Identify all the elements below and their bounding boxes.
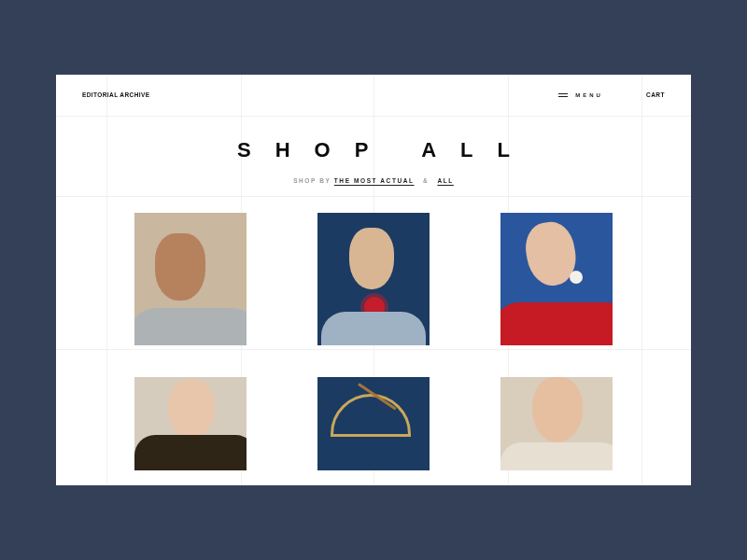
product-image	[134, 213, 247, 345]
product-card[interactable]	[500, 213, 613, 345]
product-grid	[134, 213, 613, 470]
product-card[interactable]	[317, 377, 430, 470]
product-image	[317, 213, 430, 345]
hamburger-icon	[558, 93, 568, 97]
bow-icon	[331, 394, 411, 437]
site-header: EDITORIAL ARCHIVE MENU CART	[56, 91, 691, 98]
header-right: MENU CART	[558, 91, 665, 98]
product-card[interactable]	[134, 213, 247, 345]
product-image	[500, 377, 613, 470]
shop-filter: SHOP BY THE MOST ACTUAL & ALL	[56, 177, 691, 184]
menu-button[interactable]: MENU	[558, 92, 603, 98]
app-window: EDITORIAL ARCHIVE MENU CART SHOP ALL SHO…	[56, 75, 691, 485]
filter-prefix: SHOP BY	[293, 177, 331, 184]
filter-primary[interactable]: THE MOST ACTUAL	[334, 177, 415, 184]
flower-icon	[364, 297, 385, 317]
cart-button[interactable]: CART	[646, 91, 665, 98]
product-image	[134, 377, 247, 470]
brand-logo[interactable]: EDITORIAL ARCHIVE	[82, 91, 149, 98]
filter-separator: &	[423, 177, 429, 184]
product-card[interactable]	[500, 377, 613, 470]
page-title: SHOP ALL	[56, 138, 691, 162]
product-image	[317, 377, 430, 470]
earring-icon	[570, 271, 583, 284]
product-card[interactable]	[317, 213, 430, 345]
product-card[interactable]	[134, 377, 247, 470]
menu-label: MENU	[575, 92, 603, 98]
filter-secondary[interactable]: ALL	[437, 177, 453, 184]
product-image	[500, 213, 613, 345]
